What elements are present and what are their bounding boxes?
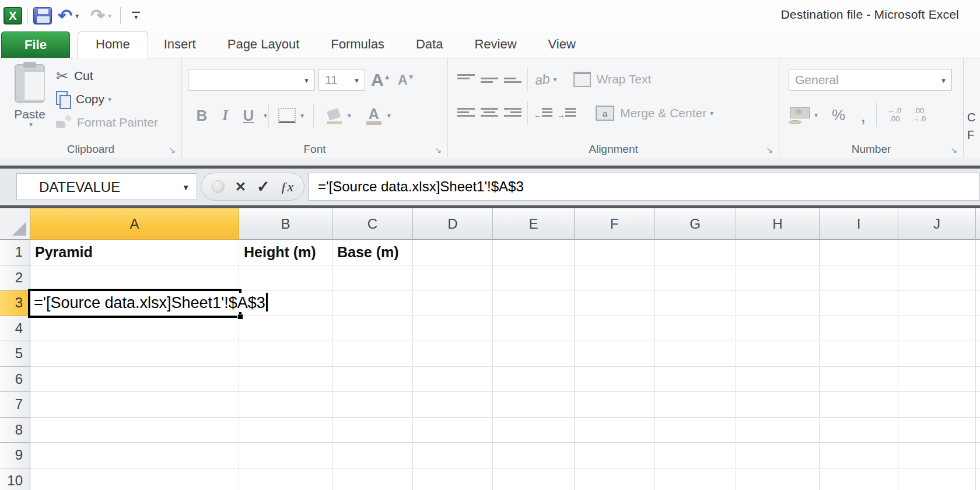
cell-G9[interactable] bbox=[654, 443, 736, 468]
cell-A10[interactable] bbox=[30, 468, 239, 490]
tab-formulas[interactable]: Formulas bbox=[315, 32, 400, 58]
column-header-a[interactable]: A bbox=[30, 208, 239, 240]
tab-insert[interactable]: Insert bbox=[148, 32, 212, 58]
cell-I9[interactable] bbox=[820, 443, 898, 468]
cut-button[interactable]: ✂ Cut bbox=[56, 64, 158, 88]
cell-A6[interactable] bbox=[30, 367, 239, 393]
undo-button[interactable]: ↶ bbox=[58, 7, 72, 24]
column-header-g[interactable]: G bbox=[654, 208, 736, 240]
cell-E10[interactable] bbox=[493, 468, 575, 490]
cell-B7[interactable] bbox=[239, 392, 332, 418]
cell-F1[interactable] bbox=[575, 240, 654, 265]
cell-J9[interactable] bbox=[898, 443, 976, 468]
cell-E7[interactable] bbox=[493, 392, 575, 418]
cell-I1[interactable] bbox=[820, 240, 898, 265]
cell-F5[interactable] bbox=[575, 341, 654, 367]
cell-J2[interactable] bbox=[898, 265, 976, 291]
cell-G6[interactable] bbox=[654, 367, 736, 393]
grow-font-button[interactable]: A▲ bbox=[371, 70, 391, 90]
cell-G5[interactable] bbox=[654, 341, 736, 367]
copy-dropdown-icon[interactable]: ▼ bbox=[107, 96, 113, 103]
cell-C6[interactable] bbox=[332, 367, 413, 393]
cell-E9[interactable] bbox=[493, 443, 575, 468]
borders-button-icon[interactable] bbox=[278, 108, 296, 123]
cell-H7[interactable] bbox=[736, 392, 820, 418]
cell-I10[interactable] bbox=[820, 468, 898, 490]
cell-A2[interactable] bbox=[30, 265, 239, 291]
cell-B10[interactable] bbox=[239, 468, 332, 490]
row-header-8[interactable]: 8 bbox=[0, 418, 30, 443]
cell-G4[interactable] bbox=[654, 316, 736, 342]
top-align-button[interactable] bbox=[457, 72, 475, 86]
cell-A4[interactable] bbox=[30, 316, 239, 342]
row-header-7[interactable]: 7 bbox=[0, 392, 30, 418]
copy-button[interactable]: Copy ▼ bbox=[56, 88, 158, 111]
cell-G3[interactable] bbox=[654, 290, 736, 316]
cell-I5[interactable] bbox=[820, 341, 898, 367]
cancel-button[interactable]: ✕ bbox=[235, 179, 246, 195]
column-header-h[interactable]: H bbox=[736, 208, 820, 240]
row-header-2[interactable]: 2 bbox=[0, 265, 30, 291]
row-header-1[interactable]: 1 bbox=[0, 240, 30, 265]
number-format-dropdown-icon[interactable]: ▼ bbox=[940, 77, 947, 84]
active-cell-a3-editor[interactable]: ='[Source data.xlsx]Sheet1'!$A$3 bbox=[28, 289, 242, 318]
cell-J4[interactable] bbox=[898, 316, 976, 342]
cell-J1[interactable] bbox=[898, 240, 976, 265]
cell-I4[interactable] bbox=[820, 316, 898, 342]
cell-J6[interactable] bbox=[898, 367, 976, 393]
row-header-9[interactable]: 9 bbox=[0, 443, 30, 468]
orientation-button[interactable]: ab bbox=[534, 71, 551, 88]
decrease-indent-button[interactable]: ← bbox=[534, 106, 552, 120]
orientation-dropdown-icon[interactable]: ▼ bbox=[552, 76, 558, 83]
cell-D1[interactable] bbox=[413, 240, 493, 265]
cell-C10[interactable] bbox=[332, 468, 413, 490]
redo-button[interactable]: ↷ bbox=[90, 7, 105, 24]
cell-J3[interactable] bbox=[898, 290, 976, 316]
cell-A1[interactable]: Pyramid bbox=[30, 240, 239, 265]
percent-style-button[interactable]: % bbox=[832, 106, 845, 124]
cell-H4[interactable] bbox=[736, 316, 820, 342]
customize-qat-button[interactable]: ▼ bbox=[132, 12, 140, 20]
cell-A9[interactable] bbox=[30, 443, 239, 468]
middle-align-button[interactable] bbox=[481, 72, 498, 86]
insert-function-button[interactable]: ƒx bbox=[280, 179, 293, 195]
bottom-align-button[interactable] bbox=[504, 72, 522, 86]
cell-F6[interactable] bbox=[575, 367, 654, 393]
cell-D3[interactable] bbox=[413, 290, 493, 316]
cell-D8[interactable] bbox=[413, 418, 493, 443]
number-dialog-launcher-icon[interactable]: ↘ bbox=[950, 145, 957, 155]
cell-E6[interactable] bbox=[493, 367, 575, 393]
align-left-button[interactable] bbox=[457, 106, 475, 120]
cell-B8[interactable] bbox=[239, 418, 332, 443]
cell-I3[interactable] bbox=[820, 290, 898, 316]
cell-H3[interactable] bbox=[736, 290, 820, 316]
wrap-text-icon[interactable] bbox=[573, 72, 591, 87]
cell-E2[interactable] bbox=[493, 265, 575, 291]
cell-H9[interactable] bbox=[736, 443, 820, 468]
row-header-6[interactable]: 6 bbox=[0, 367, 30, 393]
cell-F8[interactable] bbox=[575, 418, 654, 443]
fill-color-dropdown-icon[interactable]: ▼ bbox=[346, 113, 352, 119]
name-box-dropdown-icon[interactable]: ▼ bbox=[182, 183, 190, 192]
decrease-decimal-button[interactable]: .00 →.0 bbox=[912, 107, 926, 123]
cell-J5[interactable] bbox=[898, 341, 976, 367]
cell-F9[interactable] bbox=[575, 443, 654, 468]
cell-B2[interactable] bbox=[239, 265, 332, 291]
bold-button[interactable]: B bbox=[190, 107, 214, 125]
cell-E8[interactable] bbox=[493, 418, 575, 443]
cell-A7[interactable] bbox=[30, 392, 239, 418]
cell-D2[interactable] bbox=[413, 265, 493, 291]
cell-D5[interactable] bbox=[413, 341, 493, 367]
column-header-i[interactable]: I bbox=[820, 208, 898, 240]
accounting-dropdown-icon[interactable]: ▼ bbox=[813, 112, 819, 118]
merge-center-icon[interactable]: a bbox=[596, 106, 614, 121]
cell-J7[interactable] bbox=[898, 392, 976, 418]
cell-C5[interactable] bbox=[332, 341, 413, 367]
font-size-combobox[interactable]: 11 ▼ bbox=[318, 69, 365, 91]
increase-indent-button[interactable]: → bbox=[557, 106, 576, 120]
clipboard-dialog-launcher-icon[interactable]: ↘ bbox=[169, 145, 176, 155]
font-dialog-launcher-icon[interactable]: ↘ bbox=[435, 145, 442, 155]
font-color-button[interactable]: A bbox=[364, 107, 384, 125]
fill-handle[interactable] bbox=[237, 314, 243, 320]
cell-E5[interactable] bbox=[493, 341, 575, 367]
